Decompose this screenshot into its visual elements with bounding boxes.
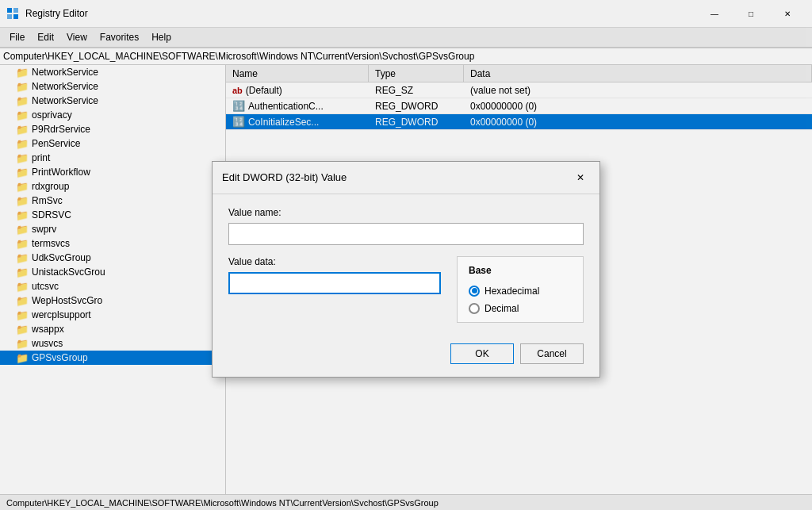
title-bar: Registry Editor — □ ✕ xyxy=(0,0,812,28)
title-bar-left: Registry Editor xyxy=(6,7,88,20)
edit-dword-dialog: Edit DWORD (32-bit) Value ✕ Value name: … xyxy=(212,161,600,378)
value-data-input[interactable] xyxy=(228,272,441,294)
dialog-close-button[interactable]: ✕ xyxy=(571,168,590,187)
base-label: Base xyxy=(469,265,572,276)
app-icon xyxy=(6,7,19,20)
svg-rect-1 xyxy=(13,8,18,13)
value-name-label: Value name: xyxy=(228,207,584,218)
dialog-body: Value name: Value data: Base Hexadecimal xyxy=(213,194,599,336)
title-bar-title: Registry Editor xyxy=(25,8,88,19)
dialog-titlebar: Edit DWORD (32-bit) Value ✕ xyxy=(213,162,599,194)
value-data-label: Value data: xyxy=(228,256,441,267)
decimal-radio[interactable]: Decimal xyxy=(469,303,572,314)
cancel-button[interactable]: Cancel xyxy=(520,343,584,364)
value-name-input[interactable] xyxy=(228,223,584,245)
ok-button[interactable]: OK xyxy=(450,343,514,364)
svg-rect-3 xyxy=(13,14,18,19)
dialog-overlay: Edit DWORD (32-bit) Value ✕ Value name: … xyxy=(0,28,812,510)
title-bar-controls: — □ ✕ xyxy=(696,0,806,28)
hexadecimal-radio[interactable]: Hexadecimal xyxy=(469,286,572,297)
maximize-button[interactable]: □ xyxy=(733,0,769,28)
close-button[interactable]: ✕ xyxy=(769,0,806,28)
hexadecimal-label: Hexadecimal xyxy=(485,286,539,297)
svg-rect-0 xyxy=(7,8,12,13)
decimal-label: Decimal xyxy=(485,303,519,314)
dialog-footer: OK Cancel xyxy=(213,336,599,377)
minimize-button[interactable]: — xyxy=(696,0,733,28)
dialog-title: Edit DWORD (32-bit) Value xyxy=(222,171,347,183)
dialog-row: Value data: Base Hexadecimal Decimal xyxy=(228,256,584,323)
dialog-col-left: Value data: xyxy=(228,256,441,323)
hexadecimal-radio-inner xyxy=(472,288,477,293)
decimal-radio-outer xyxy=(469,303,480,314)
base-group: Base Hexadecimal Decimal xyxy=(457,256,584,323)
svg-rect-2 xyxy=(7,14,12,19)
hexadecimal-radio-outer xyxy=(469,286,480,297)
